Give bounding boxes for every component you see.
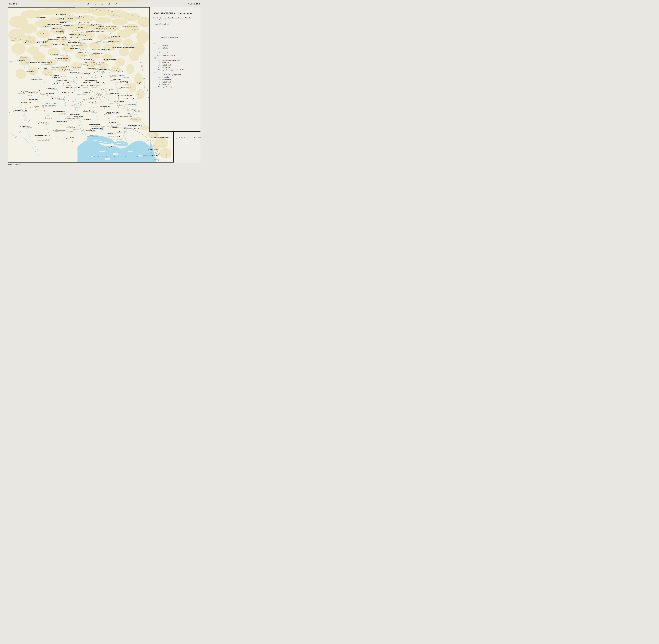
dialect-form-label: si slárǵi 175a [65, 118, 75, 119]
town-marker-icon [104, 50, 105, 51]
town-marker-icon [34, 91, 35, 92]
place-name: TRAMONTI DI SOTTO [55, 60, 67, 61]
place-name: RAVEO [62, 39, 66, 40]
legend-entry-number: 9a [155, 52, 161, 54]
dialect-form-label: ši ʃlárg'e ○ 47 [60, 69, 70, 70]
legend-section-symbol: P [155, 49, 184, 52]
town-marker-icon [79, 120, 81, 121]
apparato-point-ref: 70 [132, 77, 133, 78]
place-name: FORNI AVOLTRI [48, 17, 56, 18]
dialect-form-label: 3a śi špánt [79, 16, 87, 18]
dialect-form-label: 144a si spáke [76, 105, 85, 106]
town-marker-icon [79, 25, 81, 26]
dialect-form-label: 215a se spánde (inf.) Ⓟ [122, 128, 139, 130]
dialect-form-label: a se śpánt 41 [48, 54, 58, 55]
legend-entry: 19ba śi spánt [155, 76, 184, 78]
legend-entry-form: a śi spánt [162, 76, 169, 78]
dialect-form-label: si ʃlárğa 92a [46, 88, 55, 89]
legend-entry-form: si śpáka [162, 47, 168, 49]
town-marker-icon [130, 127, 131, 128]
town-marker-icon [70, 141, 71, 142]
legend-entry-number: 105 [155, 47, 161, 49]
city-marker-icon [138, 110, 140, 112]
dialect-form-label: 115 śi śpáke Ⓟ □ [100, 89, 112, 91]
town-marker-icon [75, 108, 76, 109]
dialect-form-label: a si spánt 78 [51, 77, 60, 78]
dialect-form-label: ʃlargár (inf.) 209a [34, 135, 47, 136]
dialect-form-label: spándi (inf.) 30 [69, 34, 80, 35]
map-translations: Étendre (le foin) - (Das Heu) ausbreiten… [153, 17, 197, 21]
dialect-form-label: 199a spándar (inf.) [128, 125, 141, 126]
apparato-point-ref: 83 [98, 75, 99, 77]
dialect-form-label: spánde (inf.) 140a [27, 106, 40, 108]
legend-entry: 213ʃčariʃ̌ár (inf.) [155, 66, 184, 69]
legend-entry: 20ʃlarg'á̆ (inf.) [155, 78, 184, 80]
legend-entry-number: 91 [155, 83, 161, 86]
town-marker-icon [60, 16, 61, 17]
dialect-form-label: ʃlarğá (inf.) 124a [52, 97, 64, 99]
town-marker-icon [70, 41, 71, 42]
town-marker-icon [45, 124, 46, 125]
apparato-point-ref: 159 [46, 115, 49, 116]
scale-text: Scala 1: 300.000 [8, 164, 21, 165]
dialect-form-label: si śpánt Ⓢ 112a [62, 92, 73, 93]
place-name: San Martino del Carso [128, 119, 139, 120]
place-name: AMPEZZO [10, 40, 15, 41]
place-name: SAPPADA [40, 20, 46, 21]
town-marker-icon [123, 100, 124, 101]
town-marker-icon [73, 81, 74, 82]
dialect-form-label: 46a potrośíte (inf.) [103, 59, 116, 60]
place-name: Pradielis [104, 60, 108, 61]
legend-entry-form: dortolá̆ (inf.) / ʃlarg'á̆ (inf.) [162, 73, 181, 76]
town-marker-icon [89, 75, 90, 76]
town-marker-icon [64, 45, 65, 46]
dialect-form-label: S [101, 75, 102, 77]
dialect-form-label: □ 213 [109, 146, 113, 147]
place-name: TOLMEZZO [79, 42, 86, 43]
legend-entry-form: ʃlarg'á̆ (inf.) [162, 78, 171, 80]
place-name: DOGNA [108, 37, 112, 38]
legend-entry: 115distirá (inf.) / ʃlarğá (inf.) [155, 59, 184, 61]
town-marker-icon [118, 124, 119, 125]
town-marker-icon [115, 27, 116, 28]
town-marker-icon [125, 84, 126, 86]
dialect-form-label: 39 se spánϑ [20, 56, 28, 58]
town-marker-icon [92, 61, 93, 62]
place-name: Raccolana [107, 43, 112, 44]
dialect-form-label: se tr̂ése — ʃlarğá̆ (inf.) 6a [98, 26, 116, 27]
legend-entry-form: ʃlarğá (inf.) [162, 83, 170, 86]
place-name: SAN GIORGIO DI NOGARO [91, 126, 105, 127]
place-name: NÍMIS [102, 72, 106, 73]
dialect-form-label: śpaká (inf.) □ 189 [66, 127, 78, 128]
legend-entry-form: si spánt [162, 52, 168, 54]
dialect-form-label: spaká (inf.) 193 [89, 124, 100, 125]
dialect-form-label: 122 śe śpánt Ⓟ [46, 103, 56, 105]
town-marker-icon [63, 40, 64, 41]
town-marker-icon [93, 66, 94, 68]
apparato-title: Apparato di confronto [159, 37, 178, 39]
place-name: PRATO CÁRNICO [42, 26, 47, 29]
place-name: Illégio [82, 39, 85, 40]
place-name: SUTRIO [75, 27, 79, 28]
legend-entry-number: 209 [155, 86, 161, 88]
dialect-form-label: zévöln (inf.) 1 [37, 17, 46, 18]
legend-entry: 9asi spánt [155, 52, 184, 54]
dialect-form-label: se spándi / se búta 223 [142, 155, 158, 157]
place-name: COMEGLIANS [65, 26, 73, 27]
town-marker-icon [69, 76, 70, 77]
town-marker-icon [66, 27, 67, 28]
apparato-point-ref: 2 [54, 14, 55, 15]
legend-entry-number: 115 [155, 59, 161, 61]
place-name: Oseacco [104, 50, 109, 51]
atlas-plate-page: { "page": { "tav": "Tav. 663", "center_t… [0, 0, 207, 168]
dialect-form-label: 127 si spáke [90, 98, 98, 100]
dialect-form-label: P [119, 136, 120, 138]
legend-entry-form: spándar (inf.) [162, 86, 172, 88]
dialect-form-label: ʃlarğá (inf.) 174 [55, 121, 67, 122]
dialect-form-label: špándi (inf.) 37 [70, 48, 81, 49]
place-name: SAN STINO DI LIVENZA [38, 140, 50, 141]
dialect-form-label: spándi (inf.) 161 [53, 111, 65, 112]
dialect-form-label: si spánt 50 [79, 62, 87, 64]
town-marker-icon [47, 27, 48, 28]
town-marker-icon [19, 93, 20, 94]
